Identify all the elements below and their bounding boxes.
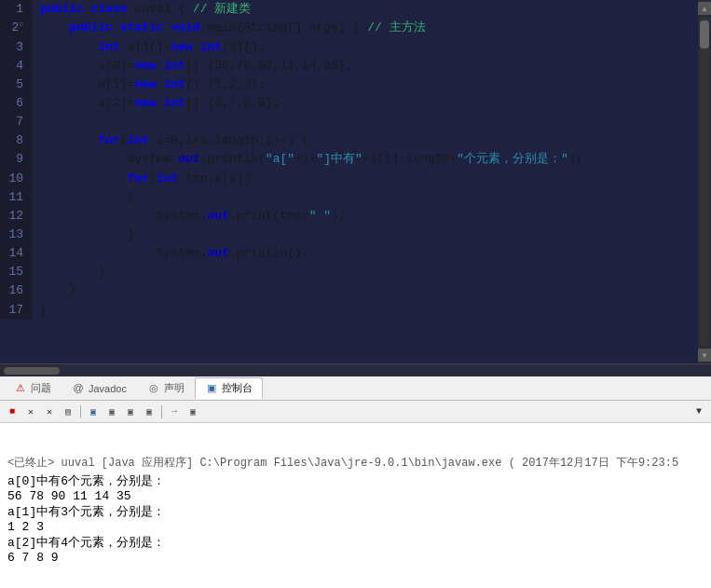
panel-toolbar: ■✕✕▤▣▣▣▣→▣▼: [0, 401, 711, 423]
line-number: 3: [0, 38, 33, 57]
line-number: 10: [0, 170, 33, 188]
toolbar-separator: [80, 405, 81, 418]
line-content: a[1]=new int[] {1,2,3};: [33, 75, 698, 94]
line-content: System.out.println("a["+i+"]中有"+a[i].len…: [33, 150, 698, 169]
tab-console[interactable]: ▣控制台: [195, 377, 263, 399]
line-content: System.out.println();: [33, 244, 698, 263]
line-content: }: [33, 301, 698, 320]
scroll-up-btn[interactable]: ▲: [698, 2, 711, 15]
code-line: 11 {: [0, 188, 698, 207]
tab-icon-declaration: ◎: [147, 382, 160, 395]
line-number: 16: [0, 281, 33, 300]
line-content: public static void main(String[] args) {…: [33, 19, 698, 37]
line-number: 6: [0, 94, 33, 113]
line-content: }: [33, 281, 698, 300]
pin-btn[interactable]: ▤: [60, 403, 76, 420]
line-number: 15: [0, 263, 33, 281]
code-line: 7: [0, 113, 698, 131]
code-line: 5 a[1]=new int[] {1,2,3};: [0, 75, 698, 94]
tab-icon-console: ▣: [205, 382, 218, 395]
new-console-btn[interactable]: ▣: [85, 403, 102, 420]
line-number: 17: [0, 301, 33, 320]
code-line: 17}: [0, 301, 698, 320]
line-content: for(int tmp:a[i]): [33, 170, 698, 188]
h-scroll-thumb[interactable]: [4, 367, 60, 375]
tab-label-javadoc: Javadoc: [89, 383, 127, 394]
code-line: 9 System.out.println("a["+i+"]中有"+a[i].l…: [0, 150, 698, 169]
code-table: 1public class uuval { // 新建类2○ public st…: [0, 0, 698, 320]
horizontal-scrollbar[interactable]: [0, 363, 711, 376]
scroll-thumb[interactable]: [700, 21, 709, 48]
code-line: 13 }: [0, 226, 698, 244]
line-number: 13: [0, 226, 33, 244]
tab-icon-javadoc: @: [72, 382, 85, 395]
line-content: int a[][]=new int[3][];: [33, 38, 698, 57]
tab-javadoc[interactable]: @Javadoc: [62, 378, 137, 399]
tab-problems[interactable]: ⚠问题: [4, 377, 62, 399]
line-content: a[0]=new int[] {56,78,90,11,14,35};: [33, 57, 698, 75]
tab-label-problems: 问题: [31, 381, 51, 395]
code-line: 6 a[2]=new int[] {6,7,8,9};: [0, 94, 698, 113]
line-number: 5: [0, 75, 33, 94]
toolbar-separator: [161, 405, 162, 418]
close-btn[interactable]: ✕: [22, 403, 39, 420]
code-line: 2○ public static void main(String[] args…: [0, 19, 698, 37]
code-line: 4 a[0]=new int[] {56,78,90,11,14,35};: [0, 57, 698, 75]
code-line: 14 System.out.println();: [0, 244, 698, 263]
btn7[interactable]: ▣: [122, 403, 139, 420]
line-content: {: [33, 188, 698, 207]
app-window: 1public class uuval { // 新建类2○ public st…: [0, 0, 711, 588]
console-output[interactable]: <已终止> uuval [Java 应用程序] C:\Program Files…: [0, 423, 711, 588]
btn6[interactable]: ▣: [103, 403, 120, 420]
vertical-scrollbar[interactable]: ▲ ▼: [698, 0, 711, 363]
console-header: <已终止> uuval [Java 应用程序] C:\Program Files…: [7, 455, 704, 471]
code-line: 10 for(int tmp:a[i]): [0, 170, 698, 188]
console-text: a[0]中有6个元素，分别是： 56 78 90 11 14 35 a[1]中有…: [7, 472, 704, 565]
tab-icon-problems: ⚠: [14, 382, 27, 395]
code-line: 15 }: [0, 263, 698, 281]
code-line: 8 for(int i=0;i<a.length;i++) {: [0, 131, 698, 150]
line-number: 9: [0, 150, 33, 169]
line-number: 7: [0, 113, 33, 131]
line-content: }: [33, 263, 698, 281]
line-number: 4: [0, 57, 33, 75]
line-number: 11: [0, 188, 33, 207]
code-editor[interactable]: 1public class uuval { // 新建类2○ public st…: [0, 0, 698, 363]
line-content: }: [33, 226, 698, 244]
btn9[interactable]: →: [166, 403, 183, 420]
view-menu-btn[interactable]: ▼: [690, 403, 707, 420]
line-content: [33, 113, 698, 131]
tab-declaration[interactable]: ◎声明: [137, 377, 195, 399]
editor-area: 1public class uuval { // 新建类2○ public st…: [0, 0, 711, 363]
tab-label-console: 控制台: [222, 381, 253, 395]
code-line: 12 System.out.print(tmp+" ");: [0, 207, 698, 226]
btn10[interactable]: ▣: [185, 403, 201, 420]
line-number: 8: [0, 131, 33, 150]
code-line: 1public class uuval { // 新建类: [0, 0, 698, 19]
code-line: 3 int a[][]=new int[3][];: [0, 38, 698, 57]
line-number: 12: [0, 207, 33, 226]
scroll-down-btn[interactable]: ▼: [698, 349, 711, 362]
scroll-track: [700, 17, 709, 347]
stop-btn[interactable]: ■: [4, 403, 21, 420]
panel-tabs: ⚠问题@Javadoc◎声明▣控制台: [0, 376, 711, 401]
line-content: System.out.print(tmp+" ");: [33, 207, 698, 226]
line-number: 14: [0, 244, 33, 263]
line-content: for(int i=0;i<a.length;i++) {: [33, 131, 698, 150]
close-all-btn[interactable]: ✕: [41, 403, 58, 420]
code-scroll[interactable]: 1public class uuval { // 新建类2○ public st…: [0, 0, 698, 363]
tab-label-declaration: 声明: [164, 381, 185, 395]
btn8[interactable]: ▣: [141, 403, 157, 420]
code-line: 16 }: [0, 281, 698, 300]
line-number: 1: [0, 0, 33, 19]
line-number: 2○: [0, 19, 33, 37]
line-content: a[2]=new int[] {6,7,8,9};: [33, 94, 698, 113]
line-content: public class uuval { // 新建类: [33, 0, 698, 19]
